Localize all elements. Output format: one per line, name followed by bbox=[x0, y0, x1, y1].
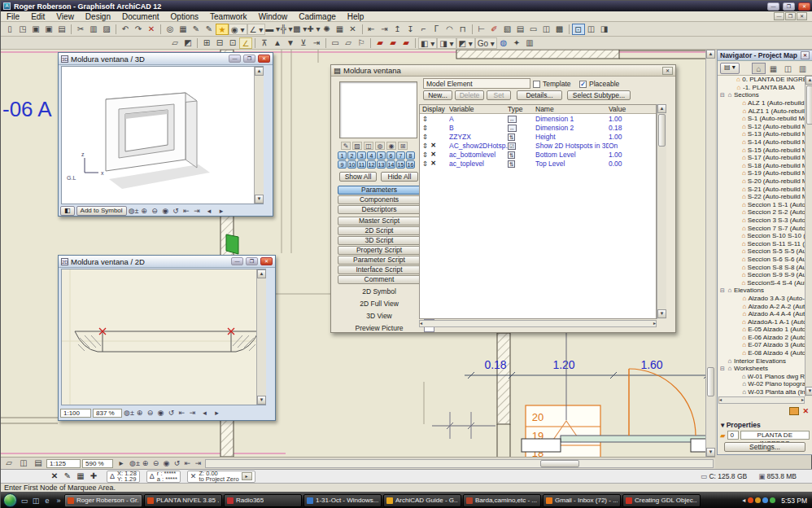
tree-item[interactable]: ⊟ ⌂ ALZ1 1 (Auto-rebuil... bbox=[718, 107, 805, 115]
3d-minimize-button[interactable]: — bbox=[229, 55, 241, 63]
toolbar-icon[interactable]: ╬ ▾ bbox=[280, 24, 293, 35]
dialog-tab[interactable]: Descriptors bbox=[338, 205, 421, 214]
tree-item[interactable]: ⊟ ⌂ Seccion S-5 S-5 (Aut... bbox=[718, 247, 805, 256]
tree-item[interactable]: ⊟ ⌂ E-07 Alzado 3 (Auto... bbox=[718, 341, 805, 349]
toolbar-icon[interactable]: ⊻ bbox=[297, 37, 310, 49]
2d-vscrollbar[interactable]: ▲▼ bbox=[256, 269, 266, 405]
properties-section[interactable]: ▾ Properties bbox=[718, 421, 812, 429]
gdl-object-dialog[interactable]: ▤ Moldura ventana ✕ ✎▨◫◍◉⊞ 1234567891011… bbox=[330, 64, 676, 333]
toolbar-icon[interactable]: ⊢ bbox=[475, 24, 488, 35]
toolbar-icon[interactable]: ▰ bbox=[399, 37, 413, 49]
3d-close-button[interactable]: ✕ bbox=[258, 55, 270, 63]
toolbar-icon[interactable]: ∠ bbox=[239, 37, 252, 49]
tray-icon[interactable] bbox=[755, 497, 761, 503]
toolbar-icon[interactable]: ▱ bbox=[168, 37, 181, 49]
parameter-name[interactable]: Top Level bbox=[535, 160, 609, 168]
menu-item[interactable]: Edit bbox=[25, 11, 50, 22]
navigator-tab-icon[interactable]: ▥ bbox=[796, 63, 810, 74]
tree-hscrollbar[interactable]: ◂▸ bbox=[718, 396, 805, 404]
zoom-icon[interactable]: ◍± bbox=[129, 459, 140, 468]
gdl-2d-titlebar[interactable]: 2D Moldura ventana / 2D — ❐ ✕ bbox=[59, 256, 275, 268]
tree-item[interactable]: ⊟ ⌂ Alzado A-2 A-2 (Aut... bbox=[718, 302, 805, 310]
zoom-icon[interactable]: ◍± bbox=[124, 409, 134, 418]
display-toggle-icon[interactable]: ⇕ bbox=[422, 142, 428, 150]
toolbar-icon[interactable]: ⇥ bbox=[378, 24, 391, 35]
zoom-field[interactable]: 590 % bbox=[82, 459, 113, 468]
col-type[interactable]: Type bbox=[508, 105, 535, 113]
toolbar-icon[interactable] bbox=[415, 38, 416, 48]
table-hscrollbar[interactable]: ◂▸ bbox=[419, 320, 657, 327]
quick-launch-icon[interactable]: ▭ bbox=[19, 495, 30, 506]
toolbar-icon[interactable]: ▯ bbox=[3, 24, 16, 35]
dialog-close-button[interactable]: ✕ bbox=[662, 67, 673, 75]
new-folder-icon[interactable] bbox=[789, 407, 799, 415]
subtype-field[interactable]: Model Element bbox=[423, 78, 530, 89]
tree-item[interactable]: ⊟ ⌂ SeccionS-4 S-4 (Auto... bbox=[718, 278, 805, 287]
number-button[interactable]: 9 bbox=[338, 160, 347, 169]
task-button[interactable]: PLANTA NIVEL 3.85 ... bbox=[144, 494, 222, 507]
toolbar-icon[interactable]: ↧ bbox=[404, 24, 417, 35]
menu-item[interactable]: View bbox=[50, 11, 80, 22]
col-name[interactable]: Name bbox=[535, 105, 609, 113]
gdl-2d-window[interactable]: 2D Moldura ventana / 2D — ❐ ✕ bbox=[58, 255, 276, 421]
tree-item[interactable]: ⊟ ⌂ ALZ 1 (Auto-rebuild ... bbox=[718, 99, 805, 107]
param-filter-icon[interactable]: ⊞ bbox=[398, 142, 408, 150]
tree-expander-icon[interactable]: ⊟ bbox=[719, 287, 726, 294]
parameter-row[interactable]: ⇕✕ AC_show2DHotsp... ☑ Show 2D Hotspots … bbox=[420, 141, 656, 150]
gdl-3d-viewport[interactable]: z x G.L ▲▼ bbox=[61, 66, 264, 204]
toolbar-icon[interactable]: ∠ ▾ bbox=[247, 24, 266, 35]
toolbar-icon[interactable]: ◍ bbox=[497, 37, 510, 49]
toolbar-icon[interactable] bbox=[569, 24, 570, 34]
script-tab[interactable]: Comment bbox=[338, 275, 421, 284]
tree-item[interactable]: ⊟ ⌂ Seccion 3 S-3 (Auto-... bbox=[718, 217, 805, 225]
param-filter-icon[interactable]: ▨ bbox=[352, 142, 362, 150]
toolbar-icon[interactable]: ▰ bbox=[373, 37, 386, 49]
parameter-value[interactable]: 1.00 bbox=[609, 151, 651, 159]
tree-item[interactable]: ⊟ ⌂ AlzadoA-1 A-1 (Auto... bbox=[718, 318, 805, 326]
script-tab[interactable]: Parameter Script bbox=[338, 256, 421, 265]
col-display[interactable]: Display bbox=[420, 105, 449, 113]
parameter-value[interactable]: 0.18 bbox=[609, 124, 651, 132]
tree-item[interactable]: ⊟ ⌂ Worksheets bbox=[718, 365, 805, 373]
toolbar-icon[interactable]: ↶ bbox=[119, 24, 132, 35]
task-button[interactable]: Roger Roberson - Gr... bbox=[64, 494, 142, 507]
toolbar-icon[interactable]: ⊡ bbox=[572, 24, 585, 35]
scroll-left-icon[interactable]: ◂ bbox=[204, 207, 215, 216]
number-button[interactable]: 16 bbox=[406, 160, 415, 169]
variable-name[interactable]: B bbox=[449, 124, 508, 132]
new-button[interactable]: New... bbox=[423, 90, 452, 100]
number-button[interactable]: 4 bbox=[367, 151, 376, 160]
parameter-value[interactable]: On bbox=[609, 142, 651, 150]
parameter-value[interactable]: 0.00 bbox=[609, 160, 651, 168]
task-button[interactable]: Gmail - Inbox (72) - ... bbox=[543, 494, 621, 507]
number-button[interactable]: 13 bbox=[377, 160, 386, 169]
tree-expander-icon[interactable]: ⊟ bbox=[719, 92, 726, 99]
minimize-button[interactable]: — bbox=[767, 2, 779, 11]
pen-tracker-icon[interactable]: ✎ bbox=[61, 471, 74, 482]
tree-item[interactable]: ⊟ ⌂ W-01 Planos dwg Ro... bbox=[718, 373, 805, 381]
toolbar-icon[interactable]: ▼ bbox=[284, 37, 297, 49]
toolbar-icon[interactable]: ✕ bbox=[347, 24, 360, 35]
tree-item[interactable]: ⊟ ⌂ Alzado A-4 A-4 (Aut... bbox=[718, 310, 805, 318]
delete-button[interactable]: Delete bbox=[455, 90, 484, 100]
navigator-tab-icon[interactable]: ◫ bbox=[781, 63, 795, 74]
2d-minimize-button[interactable]: — bbox=[231, 257, 243, 265]
grid-tracker-icon[interactable]: ▦ bbox=[74, 471, 87, 482]
toolbar-icon[interactable] bbox=[160, 24, 161, 34]
toolbar-icon[interactable]: ◎ bbox=[164, 24, 177, 35]
tree-item[interactable]: ⊟ ⌂ S-14 (Auto-rebuild M... bbox=[718, 138, 805, 147]
tray-icon[interactable] bbox=[762, 497, 768, 503]
number-button[interactable]: 15 bbox=[396, 160, 405, 169]
task-button[interactable]: 1-31-Oct - Windows... bbox=[303, 494, 382, 507]
canvas-hscrollbar[interactable] bbox=[205, 459, 714, 468]
tree-item[interactable]: ⊟ ⌂ S-21 (Auto-rebuild M... bbox=[718, 185, 805, 193]
number-button[interactable]: 5 bbox=[377, 151, 386, 160]
tree-item[interactable]: ⊟ ⌂ S-13 (Auto-rebuild M... bbox=[718, 130, 805, 138]
parameter-name[interactable]: Dimension 2 bbox=[535, 124, 609, 132]
a-value[interactable]: ***** bbox=[165, 475, 177, 483]
toolbar-icon[interactable] bbox=[362, 24, 363, 34]
tree-item[interactable]: ⊟ ⌂ Elevations bbox=[718, 287, 805, 295]
zoom-icon[interactable]: ◍± bbox=[129, 207, 139, 216]
tree-item[interactable]: ⊟ ⌂ Seccion 1 S-1 (Auto-... bbox=[718, 201, 805, 209]
zoom-icon[interactable]: ⊕ bbox=[140, 459, 151, 468]
